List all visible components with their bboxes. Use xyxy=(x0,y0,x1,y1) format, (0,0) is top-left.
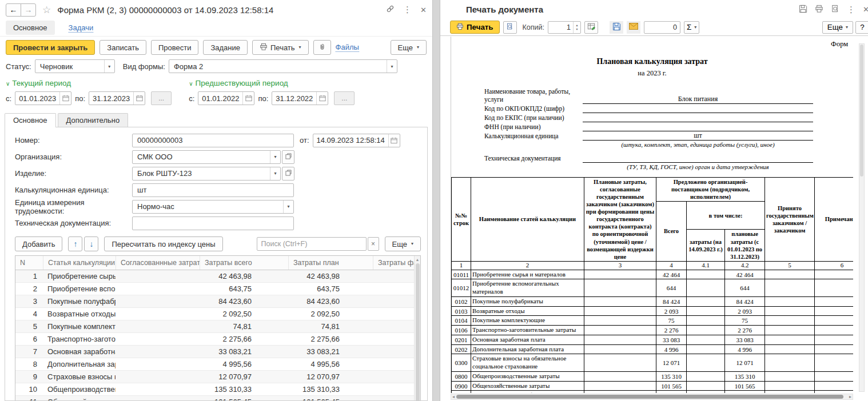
labor-unit-select[interactable]: Нормо-час▾ xyxy=(132,200,294,214)
save-icon[interactable] xyxy=(799,5,807,15)
calc-unit-input[interactable]: шт xyxy=(132,183,294,197)
current-period-header[interactable]: ∨Текущий период xyxy=(6,79,172,87)
grid-vertical-scrollbar[interactable]: ▲ ▼ xyxy=(414,256,420,401)
edit-spreadsheet-button[interactable] xyxy=(584,21,598,34)
cell-plan[interactable]: 74,81 xyxy=(288,322,373,331)
table-row[interactable]: 5Покупные комплекту...74,8174,81 xyxy=(15,320,420,333)
cell-total[interactable]: 643,75 xyxy=(200,284,288,293)
cell-item[interactable]: Страховые взносы н... xyxy=(43,372,116,381)
search-clear-button[interactable]: × xyxy=(368,237,379,251)
cell-item[interactable]: Приобретение сырья... xyxy=(43,272,116,280)
cell-plan[interactable]: 135 310,33 xyxy=(288,385,373,394)
current-from-date[interactable]: 01.01.2023 xyxy=(15,91,71,105)
chevron-down-icon[interactable]: ▾ xyxy=(387,60,397,73)
save-button[interactable] xyxy=(610,21,623,34)
organization-open-button[interactable] xyxy=(282,150,294,164)
table-row[interactable]: 9Страховые взносы н...12 070,9712 070,97 xyxy=(15,371,420,383)
cell-n[interactable]: 6 xyxy=(15,335,43,343)
tab-tasks[interactable]: Задачи xyxy=(69,23,94,33)
link-icon[interactable] xyxy=(386,5,395,15)
move-down-button[interactable]: ↓ xyxy=(84,236,98,251)
cell-n[interactable]: 11 xyxy=(15,398,43,401)
scrollbar-thumb[interactable] xyxy=(456,395,843,399)
cell-total[interactable]: 74,81 xyxy=(200,322,288,331)
attachments-button[interactable] xyxy=(313,40,331,55)
help-button[interactable]: ? xyxy=(855,21,868,34)
col-header-total[interactable]: Затраты всего xyxy=(200,256,288,270)
menu-kebab-icon[interactable]: ⋮ xyxy=(847,5,855,15)
inner-tab-additional[interactable]: Дополнительно xyxy=(58,113,129,127)
table-row[interactable]: 6Транспортно-заготов...2 275,662 275,66 xyxy=(15,333,420,346)
print-action-button[interactable]: Печать xyxy=(450,21,500,34)
table-row[interactable]: 10Общепроизводствен...135 310,33135 310,… xyxy=(15,383,420,396)
post-button[interactable]: Провести xyxy=(151,40,199,55)
panel-divider[interactable] xyxy=(432,0,440,401)
cell-total[interactable]: 33 083,21 xyxy=(200,347,288,356)
product-open-button[interactable] xyxy=(282,167,294,181)
cell-item[interactable]: Общепроизводствен... xyxy=(43,385,116,394)
inner-tab-main[interactable]: Основное xyxy=(5,113,56,127)
calendar-icon[interactable] xyxy=(59,92,71,105)
post-and-close-button[interactable]: Провести и закрыть xyxy=(6,40,95,55)
cell-item[interactable]: Покупные полуфабри... xyxy=(43,297,116,306)
copies-stepper[interactable]: 1 ▲▼ xyxy=(548,21,581,34)
cell-plan[interactable]: 42 463,98 xyxy=(288,272,373,280)
table-row[interactable]: 8Дополнительная зар...4 995,564 995,56 xyxy=(15,358,420,371)
cell-item[interactable]: Покупные комплекту... xyxy=(43,322,116,331)
chevron-down-icon[interactable]: ▾ xyxy=(283,201,293,213)
cell-n[interactable]: 5 xyxy=(15,322,43,331)
tech-doc-input[interactable] xyxy=(132,216,294,230)
preview-icon[interactable] xyxy=(831,5,839,15)
cell-total[interactable]: 2 092,50 xyxy=(200,310,288,318)
cell-total[interactable]: 84 423,60 xyxy=(200,297,288,306)
organization-select[interactable]: СМК ООО▾ xyxy=(132,150,281,164)
cell-total[interactable]: 4 995,56 xyxy=(200,360,288,368)
table-row[interactable]: 1Приобретение сырья...42 463,9842 463,98 xyxy=(15,270,420,283)
scroll-up-icon[interactable]: ▲ xyxy=(416,256,420,263)
previous-period-more-button[interactable]: ... xyxy=(334,91,355,105)
chevron-down-icon[interactable]: ▾ xyxy=(270,167,280,180)
col-header-agreed[interactable]: Согласованнные затраты xyxy=(116,256,200,270)
preview-vertical-scrollbar[interactable] xyxy=(859,43,865,392)
scroll-left-icon[interactable]: ◂ xyxy=(452,394,455,399)
move-up-button[interactable]: ↑ xyxy=(68,236,82,251)
cell-item[interactable]: Дополнительная зар... xyxy=(43,360,116,368)
col-header-plan[interactable]: Затраты план xyxy=(288,256,373,270)
table-row[interactable]: 11Общехозяйственные...101 565,45101 565,… xyxy=(15,396,420,401)
page-number-field[interactable]: 0 xyxy=(644,21,680,34)
calendar-icon[interactable] xyxy=(388,134,400,147)
col-header-n[interactable]: N xyxy=(15,256,43,270)
previous-to-date[interactable]: 31.12.2022 xyxy=(272,91,328,105)
cell-total[interactable]: 42 463,98 xyxy=(200,272,288,280)
spin-down-icon[interactable]: ▼ xyxy=(576,27,579,31)
form-kind-select[interactable]: Форма 2▾ xyxy=(169,59,397,73)
table-row[interactable]: 4Возвратные отходы2 092,502 092,50 xyxy=(15,308,420,320)
current-to-date[interactable]: 31.12.2023 xyxy=(89,91,145,105)
cell-plan[interactable]: 33 083,21 xyxy=(288,347,373,356)
cell-n[interactable]: 10 xyxy=(15,385,43,394)
forward-button[interactable]: → xyxy=(21,3,36,17)
cell-total[interactable]: 101 565,45 xyxy=(200,398,288,401)
cell-n[interactable]: 1 xyxy=(15,272,43,280)
close-icon[interactable]: ✕ xyxy=(420,6,427,14)
previous-period-header[interactable]: ∨Предшествующий период xyxy=(189,79,355,87)
cell-plan[interactable]: 12 070,97 xyxy=(288,372,373,381)
cell-n[interactable]: 9 xyxy=(15,372,43,381)
cell-total[interactable]: 12 070,97 xyxy=(200,372,288,381)
cell-total[interactable]: 2 275,66 xyxy=(200,335,288,343)
calendar-icon[interactable] xyxy=(316,92,328,105)
send-email-button[interactable] xyxy=(627,21,640,34)
files-link[interactable]: Файлы xyxy=(336,43,359,52)
status-select[interactable]: Черновик▾ xyxy=(35,59,115,73)
number-input[interactable]: 00000000003 xyxy=(132,134,294,147)
spin-up-icon[interactable]: ▲ xyxy=(576,23,579,27)
cell-total[interactable]: 135 310,33 xyxy=(200,385,288,394)
more-button[interactable]: Еще▾ xyxy=(391,40,427,55)
chevron-down-icon[interactable]: ▾ xyxy=(104,60,114,73)
scroll-right-icon[interactable]: ▸ xyxy=(849,394,851,399)
close-icon[interactable]: ✕ xyxy=(863,5,868,14)
preview-button[interactable] xyxy=(503,21,517,34)
spreadsheet-document-area[interactable]: Форм Плановая калькуляция затрат на 2023… xyxy=(451,37,853,393)
more-button[interactable]: Еще▾ xyxy=(822,21,853,34)
col-header-item[interactable]: Статья калькуляции Г... xyxy=(43,256,116,270)
